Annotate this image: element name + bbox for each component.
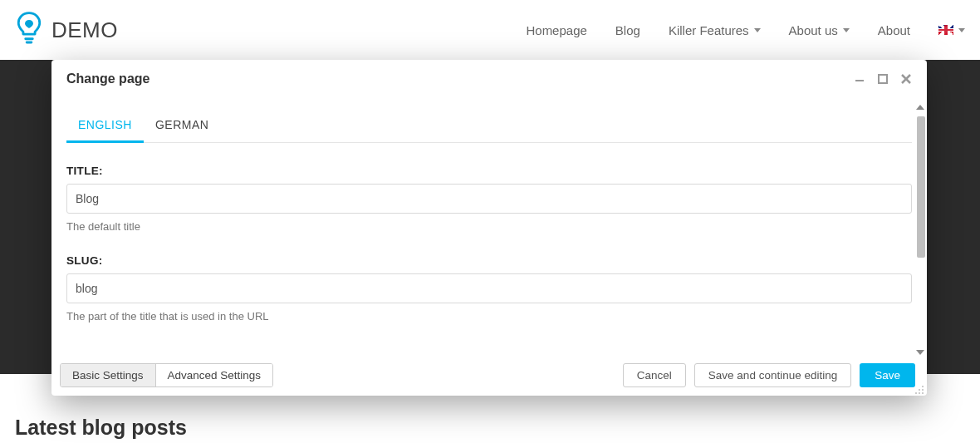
modal-body: ENGLISH GERMAN TITLE: The default title … <box>51 98 927 355</box>
flag-uk-icon <box>938 25 953 35</box>
basic-settings-tab[interactable]: Basic Settings <box>61 364 155 386</box>
nav-item-label: About us <box>789 23 838 37</box>
chevron-down-icon <box>958 28 965 32</box>
brand-name: DEMO <box>51 17 118 43</box>
modal-window-controls <box>854 73 912 85</box>
svg-point-4 <box>922 386 924 387</box>
scroll-up-icon <box>916 105 924 110</box>
svg-point-6 <box>919 389 920 391</box>
language-tabs: ENGLISH GERMAN <box>66 108 912 143</box>
svg-point-8 <box>919 392 920 394</box>
scroll-thumb[interactable] <box>917 116 925 258</box>
modal-scrollbar[interactable] <box>915 105 925 355</box>
maximize-button[interactable] <box>877 73 889 85</box>
logo[interactable]: DEMO <box>15 10 118 50</box>
title-field-group: TITLE: The default title <box>66 165 912 233</box>
tab-english[interactable]: ENGLISH <box>66 108 144 143</box>
slug-label: SLUG: <box>66 254 912 267</box>
slug-input[interactable] <box>66 273 912 303</box>
page-heading: Latest blog posts <box>15 416 187 440</box>
modal-header: Change page <box>51 60 927 98</box>
svg-point-9 <box>915 392 917 394</box>
modal-footer: Basic Settings Advanced Settings Cancel … <box>51 355 927 396</box>
nav-item-label: About <box>878 23 910 37</box>
nav-item-features[interactable]: Killer Features <box>669 23 761 37</box>
nav-item-label: Killer Features <box>669 23 749 37</box>
nav-item-about[interactable]: About <box>878 23 910 37</box>
footer-actions: Cancel Save and continue editing Save <box>623 363 915 387</box>
chevron-down-icon <box>754 28 761 32</box>
scroll-down-icon <box>916 350 924 355</box>
language-selector[interactable] <box>938 25 965 35</box>
title-label: TITLE: <box>66 165 912 177</box>
settings-tab-group: Basic Settings Advanced Settings <box>60 363 273 387</box>
minimize-button[interactable] <box>854 73 865 85</box>
svg-point-7 <box>922 392 924 394</box>
nav-item-label: Blog <box>615 23 640 37</box>
svg-point-5 <box>922 389 924 391</box>
top-bar: DEMO Homepage Blog Killer Features About… <box>0 0 980 60</box>
save-button[interactable]: Save <box>860 363 915 387</box>
title-help-text: The default title <box>66 220 912 233</box>
title-input[interactable] <box>66 184 912 214</box>
bulb-icon <box>15 10 43 50</box>
nav-item-label: Homepage <box>526 23 586 37</box>
nav-item-about-us[interactable]: About us <box>789 23 850 37</box>
slug-help-text: The part of the title that is used in th… <box>66 310 912 322</box>
modal-title: Change page <box>66 71 149 86</box>
cancel-button[interactable]: Cancel <box>623 363 686 387</box>
main-nav: Homepage Blog Killer Features About us A… <box>526 23 965 37</box>
change-page-modal: Change page ENGLISH GERMAN TITLE: The de… <box>51 60 927 396</box>
close-button[interactable] <box>900 73 912 85</box>
resize-grip-icon[interactable] <box>914 383 924 393</box>
tab-german[interactable]: GERMAN <box>144 108 220 143</box>
slug-field-group: SLUG: The part of the title that is used… <box>66 254 912 322</box>
save-continue-button[interactable]: Save and continue editing <box>694 363 851 387</box>
advanced-settings-tab[interactable]: Advanced Settings <box>155 364 273 386</box>
svg-rect-1 <box>879 75 887 83</box>
chevron-down-icon <box>843 28 850 32</box>
nav-item-blog[interactable]: Blog <box>615 23 640 37</box>
nav-item-homepage[interactable]: Homepage <box>526 23 586 37</box>
